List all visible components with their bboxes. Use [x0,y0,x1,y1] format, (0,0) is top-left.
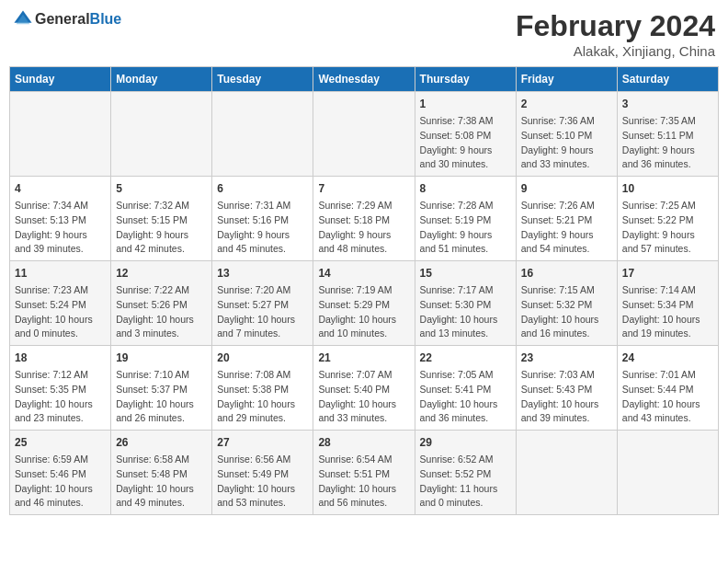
day-info: Sunrise: 6:54 AM Sunset: 5:51 PM Dayligh… [318,453,409,511]
day-number: 4 [15,180,106,197]
day-number: 1 [420,96,511,112]
week-row-2: 4Sunrise: 7:34 AM Sunset: 5:13 PM Daylig… [10,177,719,261]
title-block: February 2024 Alakak, Xinjiang, China [516,9,715,59]
day-info: Sunrise: 7:08 AM Sunset: 5:38 PM Dayligh… [217,368,308,426]
day-info: Sunrise: 7:38 AM Sunset: 5:08 PM Dayligh… [420,114,511,172]
week-row-3: 11Sunrise: 7:23 AM Sunset: 5:24 PM Dayli… [10,261,719,346]
col-header-sunday: Sunday [10,67,111,92]
day-number: 19 [116,350,207,366]
calendar-cell: 24Sunrise: 7:01 AM Sunset: 5:44 PM Dayli… [617,346,718,431]
day-info: Sunrise: 7:12 AM Sunset: 5:35 PM Dayligh… [15,368,106,426]
calendar-cell: 11Sunrise: 7:23 AM Sunset: 5:24 PM Dayli… [10,261,111,346]
day-info: Sunrise: 7:05 AM Sunset: 5:41 PM Dayligh… [420,368,511,426]
day-info: Sunrise: 7:15 AM Sunset: 5:32 PM Dayligh… [521,283,612,341]
logo-icon [13,9,33,29]
day-info: Sunrise: 7:10 AM Sunset: 5:37 PM Dayligh… [116,368,207,426]
day-number: 14 [318,265,409,282]
month-year-title: February 2024 [516,9,715,43]
calendar-cell [617,431,718,515]
day-info: Sunrise: 7:19 AM Sunset: 5:29 PM Dayligh… [318,283,409,341]
day-number: 16 [521,265,612,282]
day-number: 2 [521,96,612,112]
page-header: GeneralBlue February 2024 Alakak, Xinjia… [9,9,719,59]
calendar-cell: 21Sunrise: 7:07 AM Sunset: 5:40 PM Dayli… [313,346,415,431]
day-info: Sunrise: 7:29 AM Sunset: 5:18 PM Dayligh… [318,199,409,257]
calendar-cell: 8Sunrise: 7:28 AM Sunset: 5:19 PM Daylig… [415,177,516,261]
day-number: 27 [217,434,308,451]
col-header-wednesday: Wednesday [313,67,415,92]
calendar-cell: 29Sunrise: 6:52 AM Sunset: 5:52 PM Dayli… [415,431,516,515]
col-header-friday: Friday [516,67,617,92]
week-row-5: 25Sunrise: 6:59 AM Sunset: 5:46 PM Dayli… [10,431,719,515]
calendar-cell: 15Sunrise: 7:17 AM Sunset: 5:30 PM Dayli… [415,261,516,346]
calendar-cell: 28Sunrise: 6:54 AM Sunset: 5:51 PM Dayli… [313,431,415,515]
day-info: Sunrise: 7:03 AM Sunset: 5:43 PM Dayligh… [521,368,612,426]
week-row-1: 1Sunrise: 7:38 AM Sunset: 5:08 PM Daylig… [10,92,719,177]
calendar-cell [212,92,313,177]
calendar-cell [313,92,415,177]
day-number: 22 [420,350,511,366]
day-number: 23 [521,350,612,366]
calendar-cell: 6Sunrise: 7:31 AM Sunset: 5:16 PM Daylig… [212,177,313,261]
day-info: Sunrise: 7:35 AM Sunset: 5:11 PM Dayligh… [622,114,713,172]
calendar-cell: 23Sunrise: 7:03 AM Sunset: 5:43 PM Dayli… [516,346,617,431]
calendar-cell: 25Sunrise: 6:59 AM Sunset: 5:46 PM Dayli… [10,431,111,515]
calendar-cell: 17Sunrise: 7:14 AM Sunset: 5:34 PM Dayli… [617,261,718,346]
calendar-cell: 22Sunrise: 7:05 AM Sunset: 5:41 PM Dayli… [415,346,516,431]
day-number: 6 [217,180,308,197]
week-row-4: 18Sunrise: 7:12 AM Sunset: 5:35 PM Dayli… [10,346,719,431]
calendar-cell: 5Sunrise: 7:32 AM Sunset: 5:15 PM Daylig… [111,177,212,261]
calendar-cell: 12Sunrise: 7:22 AM Sunset: 5:26 PM Dayli… [111,261,212,346]
day-info: Sunrise: 6:52 AM Sunset: 5:52 PM Dayligh… [420,453,511,511]
day-number: 13 [217,265,308,282]
day-info: Sunrise: 7:28 AM Sunset: 5:19 PM Dayligh… [420,199,511,257]
calendar-cell [10,92,111,177]
day-number: 9 [521,180,612,197]
logo: GeneralBlue [13,9,121,29]
calendar-cell: 1Sunrise: 7:38 AM Sunset: 5:08 PM Daylig… [415,92,516,177]
day-info: Sunrise: 7:01 AM Sunset: 5:44 PM Dayligh… [622,368,713,426]
day-number: 21 [318,350,409,366]
day-info: Sunrise: 7:31 AM Sunset: 5:16 PM Dayligh… [217,199,308,257]
day-number: 24 [622,350,713,366]
logo-general: General [35,11,90,27]
day-number: 3 [622,96,713,112]
day-info: Sunrise: 6:58 AM Sunset: 5:48 PM Dayligh… [116,453,207,511]
col-header-saturday: Saturday [617,67,718,92]
day-info: Sunrise: 7:34 AM Sunset: 5:13 PM Dayligh… [15,199,106,257]
day-info: Sunrise: 7:26 AM Sunset: 5:21 PM Dayligh… [521,199,612,257]
day-number: 12 [116,265,207,282]
col-header-monday: Monday [111,67,212,92]
day-number: 10 [622,180,713,197]
day-info: Sunrise: 7:20 AM Sunset: 5:27 PM Dayligh… [217,283,308,341]
calendar-cell: 27Sunrise: 6:56 AM Sunset: 5:49 PM Dayli… [212,431,313,515]
day-info: Sunrise: 6:56 AM Sunset: 5:49 PM Dayligh… [217,453,308,511]
day-info: Sunrise: 7:32 AM Sunset: 5:15 PM Dayligh… [116,199,207,257]
day-info: Sunrise: 7:07 AM Sunset: 5:40 PM Dayligh… [318,368,409,426]
day-info: Sunrise: 7:25 AM Sunset: 5:22 PM Dayligh… [622,199,713,257]
calendar-cell: 9Sunrise: 7:26 AM Sunset: 5:21 PM Daylig… [516,177,617,261]
day-number: 7 [318,180,409,197]
calendar-cell: 3Sunrise: 7:35 AM Sunset: 5:11 PM Daylig… [617,92,718,177]
day-number: 20 [217,350,308,366]
day-info: Sunrise: 7:22 AM Sunset: 5:26 PM Dayligh… [116,283,207,341]
col-header-tuesday: Tuesday [212,67,313,92]
calendar-cell: 13Sunrise: 7:20 AM Sunset: 5:27 PM Dayli… [212,261,313,346]
calendar-cell: 4Sunrise: 7:34 AM Sunset: 5:13 PM Daylig… [10,177,111,261]
calendar-cell: 7Sunrise: 7:29 AM Sunset: 5:18 PM Daylig… [313,177,415,261]
calendar-cell [111,92,212,177]
logo-blue: Blue [90,11,122,27]
day-info: Sunrise: 7:23 AM Sunset: 5:24 PM Dayligh… [15,283,106,341]
calendar-cell: 20Sunrise: 7:08 AM Sunset: 5:38 PM Dayli… [212,346,313,431]
day-info: Sunrise: 7:36 AM Sunset: 5:10 PM Dayligh… [521,114,612,172]
location-subtitle: Alakak, Xinjiang, China [516,43,715,59]
day-number: 5 [116,180,207,197]
calendar-header-row: SundayMondayTuesdayWednesdayThursdayFrid… [10,67,719,92]
day-number: 8 [420,180,511,197]
calendar-cell: 26Sunrise: 6:58 AM Sunset: 5:48 PM Dayli… [111,431,212,515]
day-number: 18 [15,350,106,366]
calendar-cell: 19Sunrise: 7:10 AM Sunset: 5:37 PM Dayli… [111,346,212,431]
calendar-cell: 10Sunrise: 7:25 AM Sunset: 5:22 PM Dayli… [617,177,718,261]
calendar-cell: 2Sunrise: 7:36 AM Sunset: 5:10 PM Daylig… [516,92,617,177]
col-header-thursday: Thursday [415,67,516,92]
